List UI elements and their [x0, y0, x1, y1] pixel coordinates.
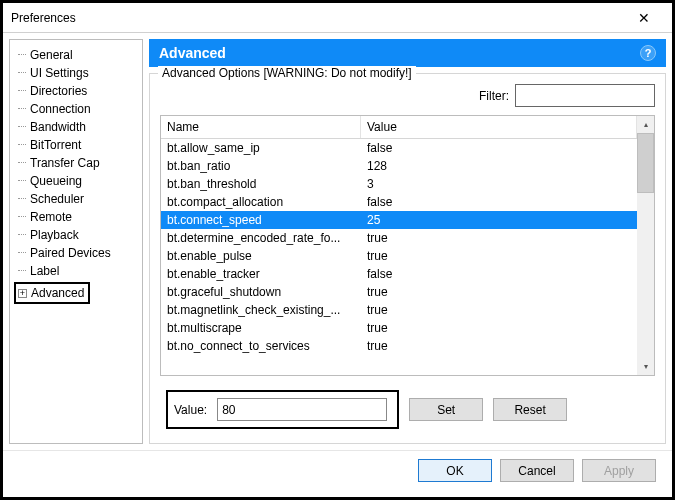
option-value: true — [361, 230, 637, 246]
ok-button[interactable]: OK — [418, 459, 492, 482]
group-legend: Advanced Options [WARNING: Do not modify… — [158, 66, 416, 80]
table-row[interactable]: bt.multiscrapetrue — [161, 319, 637, 337]
filter-row: Filter: — [160, 84, 655, 107]
dialog-footer: OK Cancel Apply — [3, 450, 672, 490]
option-value: false — [361, 140, 637, 156]
sidebar-item[interactable]: Label — [14, 262, 138, 280]
sidebar-item[interactable]: Bandwidth — [14, 118, 138, 136]
col-header-value[interactable]: Value — [361, 116, 637, 138]
sidebar-item[interactable]: UI Settings — [14, 64, 138, 82]
advanced-options-group: Advanced Options [WARNING: Do not modify… — [149, 73, 666, 444]
option-value: 128 — [361, 158, 637, 174]
option-name: bt.ban_threshold — [161, 176, 361, 192]
sidebar-item[interactable]: Playback — [14, 226, 138, 244]
table-row[interactable]: bt.ban_threshold3 — [161, 175, 637, 193]
option-value: true — [361, 320, 637, 336]
sidebar-item[interactable]: Connection — [14, 100, 138, 118]
sidebar-item[interactable]: Remote — [14, 208, 138, 226]
cancel-button[interactable]: Cancel — [500, 459, 574, 482]
table-row[interactable]: bt.magnetlink_check_existing_...true — [161, 301, 637, 319]
option-value: false — [361, 194, 637, 210]
table-row[interactable]: bt.ban_ratio128 — [161, 157, 637, 175]
table-row[interactable]: bt.enable_pulsetrue — [161, 247, 637, 265]
filter-label: Filter: — [479, 89, 509, 103]
sidebar-item[interactable]: General — [14, 46, 138, 64]
option-value: true — [361, 284, 637, 300]
option-name: bt.multiscrape — [161, 320, 361, 336]
table-header: Name Value — [161, 116, 637, 139]
option-value: false — [361, 266, 637, 282]
option-name: bt.ban_ratio — [161, 158, 361, 174]
sidebar-advanced-label: Advanced — [31, 286, 84, 300]
sidebar-item[interactable]: Paired Devices — [14, 244, 138, 262]
titlebar: Preferences ✕ — [3, 3, 672, 33]
option-name: bt.enable_tracker — [161, 266, 361, 282]
option-value: true — [361, 338, 637, 354]
option-value: true — [361, 302, 637, 318]
close-button[interactable]: ✕ — [624, 4, 664, 32]
vertical-scrollbar[interactable]: ▴ ▾ — [637, 116, 654, 375]
sidebar-item[interactable]: Queueing — [14, 172, 138, 190]
sidebar-item-advanced[interactable]: +Advanced — [14, 282, 90, 304]
table-row[interactable]: bt.determine_encoded_rate_fo...true — [161, 229, 637, 247]
table-row[interactable]: bt.compact_allocationfalse — [161, 193, 637, 211]
table-row[interactable]: bt.graceful_shutdowntrue — [161, 283, 637, 301]
sidebar-item[interactable]: Transfer Cap — [14, 154, 138, 172]
options-table: Name Value bt.allow_same_ipfalsebt.ban_r… — [160, 115, 655, 376]
table-row[interactable]: bt.connect_speed25 — [161, 211, 637, 229]
scroll-down-icon[interactable]: ▾ — [637, 358, 654, 375]
value-edit-highlight: Value: — [166, 390, 399, 429]
option-name: bt.no_connect_to_services — [161, 338, 361, 354]
value-label: Value: — [174, 403, 207, 417]
dialog-body: GeneralUI SettingsDirectoriesConnectionB… — [3, 33, 672, 450]
option-name: bt.connect_speed — [161, 212, 361, 228]
sidebar-tree: GeneralUI SettingsDirectoriesConnectionB… — [9, 39, 143, 444]
option-value: true — [361, 248, 637, 264]
set-button[interactable]: Set — [409, 398, 483, 421]
sidebar-item[interactable]: BitTorrent — [14, 136, 138, 154]
apply-button[interactable]: Apply — [582, 459, 656, 482]
option-value: 3 — [361, 176, 637, 192]
col-header-name[interactable]: Name — [161, 116, 361, 138]
option-name: bt.allow_same_ip — [161, 140, 361, 156]
option-name: bt.graceful_shutdown — [161, 284, 361, 300]
table-row[interactable]: bt.no_connect_to_servicestrue — [161, 337, 637, 355]
sidebar-item[interactable]: Directories — [14, 82, 138, 100]
option-name: bt.magnetlink_check_existing_... — [161, 302, 361, 318]
window-title: Preferences — [11, 11, 624, 25]
table-row[interactable]: bt.allow_same_ipfalse — [161, 139, 637, 157]
option-name: bt.determine_encoded_rate_fo... — [161, 230, 361, 246]
option-value: 25 — [361, 212, 637, 228]
value-input[interactable] — [217, 398, 387, 421]
value-edit-row: Value: Set Reset — [160, 384, 655, 435]
option-name: bt.enable_pulse — [161, 248, 361, 264]
sidebar-item[interactable]: Scheduler — [14, 190, 138, 208]
table-row[interactable]: bt.enable_trackerfalse — [161, 265, 637, 283]
scroll-track[interactable] — [637, 193, 654, 358]
option-name: bt.compact_allocation — [161, 194, 361, 210]
expand-icon[interactable]: + — [18, 289, 27, 298]
main-panel: Advanced ? Advanced Options [WARNING: Do… — [149, 39, 666, 444]
panel-title: Advanced — [159, 45, 226, 61]
scroll-up-icon[interactable]: ▴ — [637, 116, 654, 133]
scroll-thumb[interactable] — [637, 133, 654, 193]
reset-button[interactable]: Reset — [493, 398, 567, 421]
panel-header: Advanced ? — [149, 39, 666, 67]
help-icon[interactable]: ? — [640, 45, 656, 61]
filter-input[interactable] — [515, 84, 655, 107]
